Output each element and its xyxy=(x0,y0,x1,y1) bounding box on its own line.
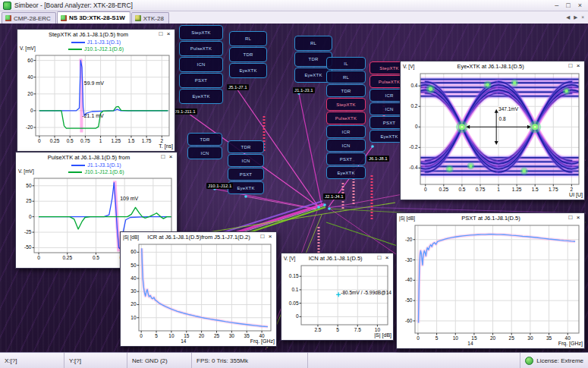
svg-text:20: 20 xyxy=(199,333,205,338)
svg-text:347.1mV: 347.1mV xyxy=(498,106,519,112)
analysis-node-icn[interactable]: ICN xyxy=(187,146,222,159)
svg-text:UI [U]: UI [U] xyxy=(569,192,583,198)
chart-title: PulseXTK at J6.1-J8.1(D.5) from xyxy=(18,154,159,161)
svg-text:40: 40 xyxy=(130,275,137,281)
svg-text:2.5: 2.5 xyxy=(314,327,321,332)
chart-title: ICN at J6.1-J8.1(D.5) xyxy=(295,255,376,262)
chart-legend: J1.1-J3.1(D.1) J10.1-J12.1(D.6) xyxy=(16,162,177,175)
application-window: Simbeor - [Board Analyzer: XTK-28-ERC] –… xyxy=(0,0,588,368)
tab-ns-3d-xtk-28-s1w[interactable]: NS 3D:XTK-28-S1W xyxy=(57,11,130,24)
tab-close-icon[interactable]: × xyxy=(581,14,584,20)
analysis-node-rl[interactable]: RL xyxy=(294,36,332,51)
tab-cmp-28-erc[interactable]: CMP-28-ERC xyxy=(2,12,56,24)
svg-text:0: 0 xyxy=(140,333,143,338)
chart-close-button[interactable]: × xyxy=(167,153,175,161)
svg-text:30: 30 xyxy=(229,333,235,338)
close-button[interactable]: × xyxy=(578,2,582,9)
svg-text:7.5: 7.5 xyxy=(354,327,361,332)
tab-xtk-28[interactable]: XTK-28 xyxy=(131,12,169,24)
svg-text:-80.5mV / -5.99dB@14: -80.5mV / -5.99dB@14 xyxy=(341,290,391,295)
svg-text:5: 5 xyxy=(435,335,439,341)
svg-text:1.5: 1.5 xyxy=(127,138,134,143)
y-axis-label: V. [V] xyxy=(403,64,414,69)
svg-text:|S| [dB]: |S| [dB] xyxy=(374,332,391,338)
stepxtk-plot: 00.250.50.7511.251.51.752-200204060T. [n… xyxy=(17,52,175,151)
chart-close-button[interactable]: × xyxy=(266,233,274,241)
svg-text:1.25: 1.25 xyxy=(512,187,522,192)
tab-icon xyxy=(5,15,11,21)
analysis-node-il[interactable]: IL xyxy=(326,57,366,70)
svg-text:1.75: 1.75 xyxy=(549,187,558,192)
link-label: J9.1-J11.1 xyxy=(173,109,197,115)
chart-maximize-button[interactable]: □ xyxy=(157,30,165,38)
analysis-node-icn[interactable]: ICN xyxy=(326,139,366,152)
chart-maximize-button[interactable]: □ xyxy=(567,62,574,70)
chart-close-button[interactable]: × xyxy=(574,62,582,70)
svg-text:1: 1 xyxy=(99,138,102,143)
svg-text:59.9 mV: 59.9 mV xyxy=(84,80,104,86)
svg-text:2: 2 xyxy=(571,187,574,192)
analysis-node-eyextk[interactable]: EyeXTK xyxy=(179,89,223,104)
analysis-node-psxt[interactable]: PSXT xyxy=(179,73,223,88)
tab-scroll-left-icon[interactable]: ◀ xyxy=(566,14,570,20)
chart-maximize-button[interactable]: □ xyxy=(567,214,574,222)
svg-text:Frq. [GHz]: Frq. [GHz] xyxy=(558,341,583,347)
icr-window[interactable]: |S| [dB] ICR at J6.1-J8.1(D.5)from J5.1-… xyxy=(120,231,277,347)
svg-text:-25: -25 xyxy=(24,229,32,234)
svg-text:0.5: 0.5 xyxy=(67,138,74,143)
svg-text:10: 10 xyxy=(375,327,381,332)
analysis-node-eyextk[interactable]: EyeXTK xyxy=(229,63,267,78)
analysis-node-rl[interactable]: RL xyxy=(229,31,267,46)
analysis-node-icn[interactable]: ICN xyxy=(228,154,264,167)
analysis-node-eyextk[interactable]: EyeXTK xyxy=(228,181,264,194)
icn-plot: 2.557.51000.050.10.15|S| [dB]-80.5mV / -… xyxy=(281,263,393,340)
svg-text:25: 25 xyxy=(26,198,32,203)
analysis-node-eyextk[interactable]: EyeXTK xyxy=(326,166,366,179)
chart-close-button[interactable]: × xyxy=(574,214,582,222)
svg-text:5: 5 xyxy=(336,327,339,332)
svg-text:0.15: 0.15 xyxy=(289,273,299,278)
chart-maximize-button[interactable]: □ xyxy=(159,153,167,161)
chart-maximize-button[interactable]: □ xyxy=(259,233,266,241)
analysis-node-pulsextk[interactable]: PulseXTK xyxy=(179,41,223,56)
icn-window[interactable]: V. [V] ICN at J6.1-J8.1(D.5) □ × 2.557.5… xyxy=(281,253,394,341)
chart-close-button[interactable]: × xyxy=(165,30,172,38)
svg-text:0: 0 xyxy=(417,335,420,341)
minimize-button[interactable]: – xyxy=(555,2,558,9)
analysis-node-icn[interactable]: ICN xyxy=(179,57,223,72)
analysis-node-psxt[interactable]: PSXT xyxy=(228,168,264,181)
tab-scroll-right-icon[interactable]: ▶ xyxy=(574,14,577,20)
chart-title: ICR at J6.1-J8.1(D.5)from J5.1-J7.1(D.2) xyxy=(139,234,259,241)
tab-icon xyxy=(135,15,141,21)
svg-text:30: 30 xyxy=(527,335,533,341)
analysis-node-psxt[interactable]: PSXT xyxy=(326,153,366,165)
svg-text:-20: -20 xyxy=(26,124,33,130)
svg-text:-50: -50 xyxy=(405,297,413,303)
board-3d-viewport[interactable]: StepXTKPulseXTKICNPSXTEyeXTKRLTDREyeXTKR… xyxy=(0,24,588,353)
svg-text:0: 0 xyxy=(424,187,427,192)
stepxtk-window[interactable]: StepXTK at J6.1-J8.1(D.5) from □ × J1.1-… xyxy=(17,29,175,152)
psxt-plot: 051015202530354014-60-50-40-30-20Frq. [G… xyxy=(397,222,584,348)
svg-text:-0.4: -0.4 xyxy=(409,165,418,170)
analysis-node-tdr[interactable]: TDR xyxy=(228,140,264,153)
analysis-node-tdr[interactable]: TDR xyxy=(326,84,366,97)
analysis-node-stepxtk[interactable]: StepXTK xyxy=(326,98,366,111)
chart-close-button[interactable]: × xyxy=(383,254,391,262)
maximize-button[interactable]: □ xyxy=(566,2,570,9)
svg-text:1.5: 1.5 xyxy=(532,187,539,192)
svg-text:15: 15 xyxy=(184,333,190,338)
analysis-node-tdr[interactable]: TDR xyxy=(187,133,222,146)
psxt-window[interactable]: |S| [dB] PSXT at J6.1-J8.1(D.5) □ × 0510… xyxy=(396,212,585,349)
analysis-node-rl[interactable]: RL xyxy=(326,71,366,83)
analysis-node-icr[interactable]: ICR xyxy=(326,125,366,138)
svg-text:-50: -50 xyxy=(24,244,32,250)
chart-maximize-button[interactable]: □ xyxy=(376,254,383,262)
svg-text:1.25: 1.25 xyxy=(111,138,121,143)
svg-text:0.5: 0.5 xyxy=(458,187,465,192)
analysis-node-stepxtk[interactable]: StepXTK xyxy=(179,25,223,40)
legend-label: J1.1-J3.1(D.1) xyxy=(87,162,121,168)
y-axis-label: |S| [dB] xyxy=(123,234,139,240)
eyextk-window[interactable]: V. [V] Eye•XTK at J6.1-J8.1(D.5) □ × 00.… xyxy=(400,61,585,200)
analysis-node-tdr[interactable]: TDR xyxy=(229,47,267,62)
analysis-node-pulsextk[interactable]: PulseXTK xyxy=(326,112,366,124)
